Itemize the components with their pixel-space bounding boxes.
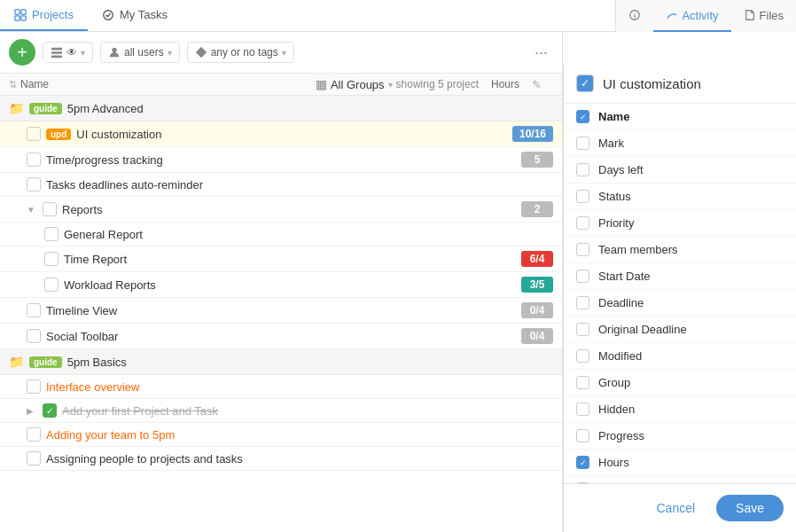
task-row[interactable]: Timeline View 0/4 [0,298,562,324]
column-item[interactable]: Deadline [564,290,796,317]
column-checkbox[interactable] [576,403,589,416]
task-row[interactable]: Adding your team to 5pm [0,423,562,447]
group-folder-icon: 📁 [9,101,24,115]
column-item[interactable]: Priority [564,210,796,237]
column-label: Hours [598,456,629,469]
task-row[interactable]: Tasks deadlines auto-reminder [0,173,562,197]
column-checkbox[interactable] [576,270,589,283]
all-groups-toggle[interactable]: ▾ [388,80,393,90]
column-checkbox[interactable]: ✓ [576,110,589,123]
column-checkbox[interactable]: ✓ [576,456,589,469]
task-row[interactable]: Interface overview [0,375,562,399]
column-checkbox[interactable] [576,216,589,230]
column-label: Mark [598,137,624,150]
task-name-time-report: Time Report [64,253,516,266]
task-row[interactable]: Time/progress tracking 5 [0,147,562,173]
column-checkbox[interactable] [576,243,589,256]
task-row[interactable]: ▼ Reports 2 [0,197,562,223]
column-item[interactable]: Created by [564,476,796,483]
cancel-button[interactable]: Cancel [644,495,707,521]
users-filter-button[interactable]: all users ▾ [100,42,180,63]
view-toggle-button[interactable]: 👁 ▾ [43,42,93,63]
task-row[interactable]: General Report [0,223,562,246]
tab-projects[interactable]: Projects [0,0,88,31]
column-item[interactable]: Progress [564,423,796,450]
column-checkbox[interactable] [576,349,589,363]
add-button[interactable]: + [9,39,35,66]
hours-badge-timeline: 0/4 [521,302,553,318]
column-label: Days left [598,163,644,176]
task-checkbox-social[interactable] [27,329,41,343]
column-item[interactable]: ✓Hours [564,450,796,476]
all-groups-label: All Groups [331,78,385,91]
task-row[interactable]: Social Toolbar 0/4 [0,324,562,349]
top-nav: Projects My Tasks Activity Files [0,0,796,32]
hours-badge-workload: 3/5 [521,277,553,293]
tags-filter-button[interactable]: any or no tags ▾ [187,42,294,63]
column-checkbox[interactable] [576,323,589,336]
column-checkbox[interactable] [576,296,589,309]
column-checkbox[interactable] [576,163,589,176]
more-options-button[interactable]: ··· [529,42,553,64]
all-groups-container: ▦ All Groups ▾ showing 5 project [316,77,479,91]
task-checkbox-workload[interactable] [44,278,59,292]
task-checkbox-time-report[interactable] [44,252,59,266]
column-item[interactable]: Start Date [564,263,796,290]
column-item[interactable]: ✓Name [564,104,796,130]
task-row[interactable]: Workload Reports 3/5 [0,272,562,298]
task-checkbox-reports[interactable] [43,202,57,216]
column-item[interactable]: Status [564,184,796,210]
group-name-advanced: 5pm Advanced [67,102,144,115]
save-button[interactable]: Save [716,495,784,521]
task-checkbox-team[interactable] [27,427,41,442]
edit-icon[interactable]: ✎ [532,78,542,91]
task-checkbox-time[interactable] [27,153,41,167]
column-item[interactable]: Mark [564,130,796,157]
task-checkbox-general[interactable] [44,227,59,241]
tab-files[interactable]: Files [731,0,796,32]
column-item[interactable]: Modified [564,343,796,370]
hours-badge-ui: 10/16 [512,126,553,142]
column-item[interactable]: Original Deadline [564,317,796,343]
column-label: Name [598,110,629,123]
sort-icon[interactable]: ⇅ [9,79,17,90]
col-edit-header: ✎ [532,78,553,91]
column-label: Priority [598,216,634,230]
dropdown-title-checkbox[interactable]: ✓ [576,74,594,92]
toolbar-right: ··· [529,42,553,64]
column-checkbox[interactable] [576,429,589,442]
tab-my-tasks[interactable]: My Tasks [88,0,182,31]
tags-dropdown-icon: ▾ [282,48,286,58]
tab-my-tasks-label: My Tasks [120,8,168,21]
column-checkbox[interactable] [576,376,589,389]
task-row[interactable]: ▶ ✓ Add your first Project and Task [0,399,562,423]
task-checkbox-deadlines[interactable] [27,177,41,192]
column-checkbox[interactable] [576,137,589,150]
task-name-ui: UI customization [76,128,507,141]
task-checkbox-ui[interactable] [27,127,41,141]
columns-list: ✓NameMarkDays leftStatusPriorityTeam mem… [564,104,796,483]
tab-info[interactable] [616,0,653,32]
column-item[interactable]: Days left [564,157,796,184]
task-checkbox-interface[interactable] [27,379,41,394]
column-item[interactable]: Hidden [564,396,796,423]
task-row[interactable]: Time Report 6/4 [0,246,562,272]
task-checkbox-timeline[interactable] [27,303,41,317]
group-icon: ▦ [316,77,327,91]
expand-first-icon[interactable]: ▶ [27,406,37,416]
col-name-header: Name [20,78,316,90]
task-row[interactable]: Assigning people to projects and tasks [0,447,562,471]
svg-rect-3 [21,15,26,20]
showing-text: showing 5 project [396,78,479,90]
expand-reports-icon[interactable]: ▼ [27,205,37,215]
col-hours-header: Hours [479,78,532,90]
task-checkbox-assigning[interactable] [27,451,41,466]
svg-rect-0 [15,9,20,13]
tab-activity[interactable]: Activity [653,0,730,32]
column-item[interactable]: Group [564,370,796,396]
task-row[interactable]: upd UI customization 10/16 [0,121,562,147]
task-checkbox-first[interactable]: ✓ [43,403,57,418]
column-checkbox[interactable] [576,190,589,203]
column-item[interactable]: Team members [564,237,796,263]
view-icon: 👁 [66,46,77,59]
